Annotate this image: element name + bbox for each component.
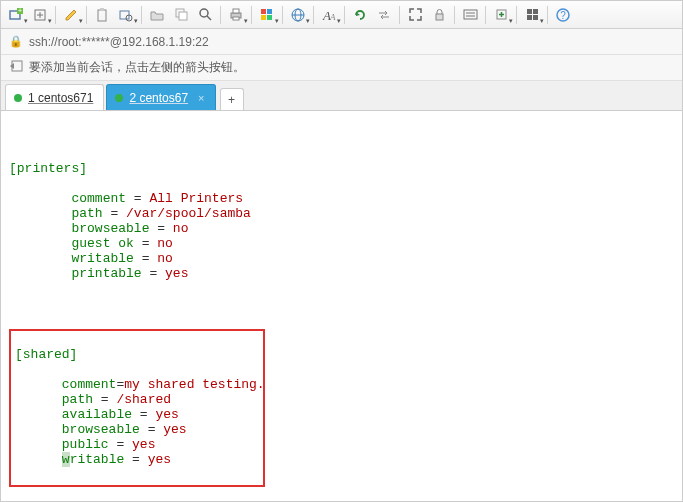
tab-strip: 1 centos671 2 centos67 × + <box>1 81 682 111</box>
add-tab-button[interactable]: + <box>220 88 244 110</box>
tab-label: 1 centos671 <box>28 91 93 105</box>
config-line: writable = no <box>9 252 674 267</box>
grid-icon[interactable]: ▾ <box>521 4 543 26</box>
toolbar-separator <box>313 6 314 24</box>
address-bar: 🔒 ssh://root:******@192.168.1.19:22 <box>1 29 682 55</box>
svg-rect-16 <box>233 17 239 20</box>
config-line: printable = yes <box>9 267 674 282</box>
expand-icon[interactable] <box>404 4 426 26</box>
toolbar-separator <box>55 6 56 24</box>
svg-text:+: + <box>18 8 22 14</box>
refresh-icon[interactable] <box>349 4 371 26</box>
tab-label: 2 centos67 <box>129 91 188 105</box>
config-line: path = /shared <box>15 393 259 408</box>
svg-rect-7 <box>100 8 104 11</box>
svg-rect-17 <box>261 9 266 14</box>
color-icon[interactable]: ▾ <box>256 4 278 26</box>
font-icon[interactable]: AA▾ <box>318 4 340 26</box>
help-icon[interactable]: ? <box>552 4 574 26</box>
svg-rect-26 <box>436 14 443 20</box>
config-line: comment = All Printers <box>9 192 674 207</box>
section-printers: [printers] <box>9 161 87 176</box>
svg-point-12 <box>200 9 208 17</box>
lock-icon[interactable] <box>428 4 450 26</box>
config-line: comment=my shared testing. <box>15 378 259 393</box>
svg-rect-15 <box>233 9 239 13</box>
keyboard-icon[interactable] <box>459 4 481 26</box>
insert-icon[interactable]: ▾ <box>490 4 512 26</box>
address-text: ssh://root:******@192.168.1.19:22 <box>29 35 209 49</box>
pencil-icon[interactable]: ▾ <box>60 4 82 26</box>
folder-icon[interactable] <box>146 4 168 26</box>
copy-icon[interactable] <box>170 4 192 26</box>
toolbar-separator <box>220 6 221 24</box>
arrow-hint-icon[interactable] <box>9 60 23 75</box>
config-line: path = /var/spool/samba <box>9 207 674 222</box>
toolbar-separator <box>86 6 87 24</box>
toolbar-separator <box>251 6 252 24</box>
svg-rect-19 <box>261 15 266 20</box>
config-line: guest ok = no <box>9 237 674 252</box>
svg-line-13 <box>207 16 211 20</box>
toolbar-separator <box>516 6 517 24</box>
tab-centos67[interactable]: 2 centos67 × <box>106 84 215 110</box>
svg-rect-35 <box>527 15 532 20</box>
toolbar-separator <box>485 6 486 24</box>
svg-rect-33 <box>527 9 532 14</box>
svg-rect-18 <box>267 9 272 14</box>
config-line: available = yes <box>15 408 259 423</box>
svg-rect-34 <box>533 9 538 14</box>
svg-rect-27 <box>464 10 477 19</box>
printer-icon[interactable]: ▾ <box>225 4 247 26</box>
settings-icon[interactable]: ▾ <box>115 4 137 26</box>
add-icon[interactable]: ▾ <box>29 4 51 26</box>
svg-rect-36 <box>533 15 538 20</box>
code-editor[interactable]: [printers] comment = All Printers path =… <box>1 111 682 502</box>
toolbar-separator <box>399 6 400 24</box>
svg-text:?: ? <box>560 10 566 21</box>
swap-icon[interactable] <box>373 4 395 26</box>
svg-rect-11 <box>179 12 187 20</box>
section-shared: [shared] <box>15 347 77 362</box>
config-line: writable = yes <box>15 453 259 468</box>
lock-small-icon: 🔒 <box>9 35 23 48</box>
clipboard-icon[interactable] <box>91 4 113 26</box>
main-toolbar: +▾ ▾ ▾ ▾ ▾ ▾ ▾ AA▾ ▾ ▾ ? <box>1 1 682 29</box>
toolbar-separator <box>344 6 345 24</box>
close-icon[interactable]: × <box>198 92 204 104</box>
svg-rect-20 <box>267 15 272 20</box>
config-line: browseable = no <box>9 222 674 237</box>
toolbar-separator <box>547 6 548 24</box>
highlighted-section: [shared] comment=my shared testing. path… <box>9 329 265 487</box>
config-line: browseable = yes <box>15 423 259 438</box>
toolbar-separator <box>454 6 455 24</box>
hint-bar: 要添加当前会话，点击左侧的箭头按钮。 <box>1 55 682 81</box>
hint-text: 要添加当前会话，点击左侧的箭头按钮。 <box>29 59 245 76</box>
config-line: public = yes <box>15 438 259 453</box>
new-session-icon[interactable]: +▾ <box>5 4 27 26</box>
toolbar-separator <box>141 6 142 24</box>
status-dot-icon <box>115 94 123 102</box>
search-icon[interactable] <box>194 4 216 26</box>
toolbar-separator <box>282 6 283 24</box>
status-dot-icon <box>14 94 22 102</box>
svg-text:A: A <box>329 12 336 22</box>
tab-centos671[interactable]: 1 centos671 <box>5 84 104 110</box>
svg-rect-6 <box>98 10 106 21</box>
globe-icon[interactable]: ▾ <box>287 4 309 26</box>
